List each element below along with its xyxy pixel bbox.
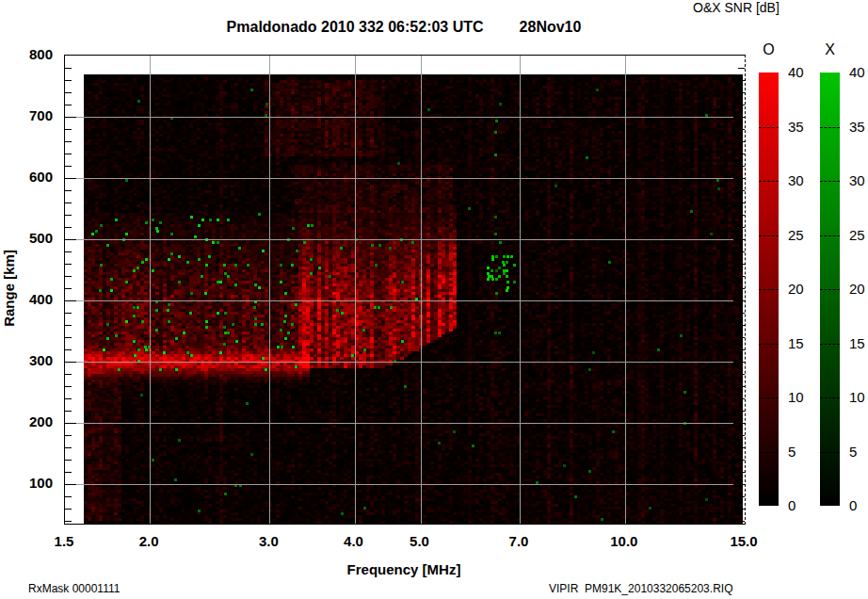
y-minor-tick-right	[738, 129, 745, 130]
y-tick-label: 700	[13, 107, 53, 124]
y-minor-tick-right	[738, 288, 745, 289]
x-tick-label: 15.0	[721, 533, 766, 550]
gridline-horizontal	[65, 239, 745, 240]
y-minor-tick	[65, 288, 72, 289]
colorbar-tick	[820, 181, 840, 182]
y-minor-tick	[65, 509, 72, 510]
gridline-vertical	[150, 56, 151, 524]
y-minor-tick	[65, 398, 72, 399]
colorbar-tick-label: 25	[788, 227, 820, 244]
y-major-tick-right	[733, 117, 745, 118]
y-major-tick	[65, 300, 76, 301]
y-minor-tick	[65, 435, 72, 436]
y-minor-tick	[65, 460, 72, 461]
colorbar-tick-label: 0	[788, 497, 820, 514]
y-minor-tick	[65, 337, 72, 338]
y-minor-tick	[65, 129, 72, 130]
gridline-vertical	[355, 56, 356, 524]
y-minor-tick-right	[738, 496, 745, 497]
y-minor-tick	[65, 472, 72, 473]
colorbar-tick-label: 15	[788, 335, 820, 352]
colorbar-tick	[759, 344, 779, 345]
y-minor-tick-right	[738, 509, 745, 510]
x-tick-label: 1.5	[41, 533, 87, 550]
y-minor-tick	[65, 92, 72, 93]
y-major-tick-right	[733, 484, 745, 485]
colorbar-tick	[759, 181, 779, 182]
colorbar-tick	[759, 289, 779, 290]
y-tick-label: 100	[13, 475, 53, 492]
y-tick-label: 500	[13, 230, 53, 247]
y-minor-tick	[65, 105, 72, 105]
colorbar-tick-label: 30	[788, 172, 820, 189]
y-minor-tick	[65, 68, 72, 69]
colorbar-tick-label: 5	[788, 444, 820, 461]
colorbar-tick	[759, 235, 779, 236]
y-minor-tick-right	[738, 447, 745, 448]
y-major-tick	[65, 178, 76, 179]
y-minor-tick-right	[738, 202, 745, 203]
y-minor-tick-right	[738, 68, 745, 69]
footer-filename: VIPIR PM91K_2010332065203.RIQ	[549, 582, 732, 595]
y-minor-tick-right	[738, 105, 745, 105]
x-tick-label: 4.0	[331, 533, 377, 550]
y-minor-tick	[65, 154, 72, 154]
y-minor-tick	[65, 325, 72, 326]
colorbar-tick-label: 35	[788, 119, 820, 136]
colorbar-tick	[820, 127, 840, 128]
y-minor-tick	[65, 166, 72, 167]
plot-date: 28Nov10	[520, 19, 582, 35]
y-minor-tick-right	[738, 227, 745, 228]
y-minor-tick-right	[738, 472, 745, 473]
colorbar-tick-label: 5	[849, 444, 868, 461]
y-minor-tick	[65, 202, 72, 203]
gridline-vertical	[520, 56, 521, 524]
colorbar-tick	[759, 127, 779, 128]
y-minor-tick	[65, 386, 72, 387]
y-minor-tick	[65, 521, 72, 522]
y-minor-tick-right	[738, 460, 745, 461]
colorbar-tick-label: 30	[849, 172, 868, 189]
y-tick-label: 600	[13, 169, 53, 186]
y-minor-tick	[65, 141, 72, 142]
y-major-tick	[65, 423, 76, 424]
y-tick-label: 400	[13, 291, 53, 308]
y-minor-tick-right	[738, 166, 745, 167]
colorbar-o-header: O	[759, 41, 779, 58]
colorbar-tick	[820, 344, 840, 345]
gridline-horizontal	[65, 423, 745, 424]
y-minor-tick-right	[738, 154, 745, 154]
y-minor-tick	[65, 264, 72, 265]
y-major-tick	[65, 362, 76, 363]
colorbar-tick-label: 0	[849, 497, 868, 514]
y-minor-tick-right	[738, 435, 745, 436]
plot-title-row: Pmaldonado 2010 332 06:52:03 UTC28Nov10	[64, 19, 744, 36]
y-major-tick-right	[733, 423, 745, 424]
y-tick-label: 300	[13, 352, 53, 369]
y-minor-tick	[65, 80, 72, 81]
x-tick-label: 10.0	[602, 533, 647, 550]
y-tick-label: 200	[13, 413, 53, 430]
plot-title: Pmaldonado 2010 332 06:52:03 UTC	[227, 19, 484, 35]
y-minor-tick	[65, 349, 72, 350]
y-minor-tick	[65, 496, 72, 497]
y-major-tick-right	[733, 300, 745, 301]
x-axis-label: Frequency [MHz]	[64, 561, 744, 577]
gridline-horizontal	[65, 178, 745, 179]
colorbar-tick-label: 40	[788, 64, 820, 81]
y-tick-label: 800	[13, 46, 53, 63]
y-minor-tick	[65, 411, 72, 412]
y-minor-tick-right	[738, 141, 745, 142]
gridline-vertical	[625, 56, 626, 524]
y-minor-tick	[65, 190, 72, 191]
y-axis-label: Range [km]	[1, 250, 17, 327]
y-minor-tick-right	[738, 398, 745, 399]
gridline-vertical	[421, 56, 422, 524]
colorbar-tick-label: 10	[849, 389, 868, 406]
plot-frame	[64, 55, 746, 525]
colorbar-tick-label: 15	[849, 335, 868, 352]
colorbar-tick	[820, 289, 840, 290]
y-minor-tick-right	[738, 374, 745, 375]
colorbar-title: O&X SNR [dB]	[693, 0, 780, 15]
colorbar-tick-label: 10	[788, 389, 820, 406]
